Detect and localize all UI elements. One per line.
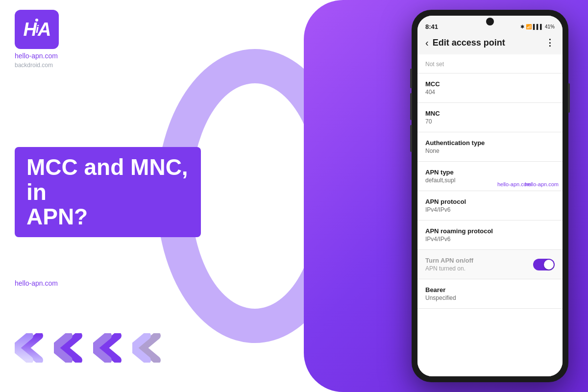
apn-protocol-field: APN protocol IPv4/IPv6: [425, 198, 555, 213]
camera-notch: [486, 18, 494, 25]
list-item-mcc[interactable]: MCC 404: [417, 74, 563, 103]
logo-box: HiA: [15, 10, 59, 49]
volume-down-button: [410, 93, 412, 120]
apn-roaming-label: APN roaming protocol: [425, 227, 555, 235]
phone-frame: 8:41 ✱ 📶 ▌▌▌ 41% ‹ Edit access point ⋮: [412, 10, 568, 382]
bluetooth-icon: ✱: [520, 24, 524, 29]
bixby-button: [410, 125, 412, 152]
list-item-auth-type[interactable]: Authentication type None: [417, 132, 563, 162]
mnc-label: MNC: [425, 110, 555, 117]
apn-roaming-value: IPv4/IPv6: [425, 236, 555, 243]
apn-toggle-value: APN turned on.: [425, 265, 533, 272]
more-options-button[interactable]: ⋮: [545, 41, 555, 45]
phone-container: 8:41 ✱ 📶 ▌▌▌ 41% ‹ Edit access point ⋮: [412, 10, 568, 382]
status-icons: ✱ 📶 ▌▌▌ 41%: [520, 24, 555, 29]
list-item-mnc[interactable]: MNC 70: [417, 103, 563, 132]
bearer-field: Bearer Unspecified: [425, 286, 555, 301]
apn-toggle-switch[interactable]: [533, 259, 555, 270]
chevron-2: [54, 333, 88, 363]
settings-list: Not set MCC 404 MNC 70 he: [417, 54, 563, 376]
left-section: HiA hello-apn.com backdroid.com MCC and …: [0, 0, 323, 392]
list-item-apn-roaming[interactable]: APN roaming protocol IPv4/IPv6: [417, 220, 563, 250]
logo-dot: [35, 19, 38, 22]
auth-type-value: None: [425, 147, 555, 154]
power-button: [568, 83, 570, 113]
chevron-1: [15, 333, 49, 363]
header-left: ‹ Edit access point: [425, 37, 505, 49]
list-item-apn-toggle[interactable]: Turn APN on/off APN turned on.: [417, 250, 563, 279]
chevron-3: [93, 333, 127, 363]
toggle-knob: [544, 260, 554, 270]
mcc-field: MCC 404: [425, 80, 555, 96]
apn-type-value: default,supl: [425, 177, 555, 184]
back-button[interactable]: ‹: [425, 37, 429, 49]
title-section: MCC and MNC, in APN?: [15, 147, 201, 237]
apn-protocol-value: IPv4/IPv6: [425, 206, 555, 213]
list-item-notset[interactable]: Not set: [417, 54, 563, 74]
title-line2: APN?: [26, 204, 189, 229]
title-line1: MCC and MNC, in: [26, 155, 189, 204]
apn-protocol-label: APN protocol: [425, 198, 555, 205]
wifi-icon: 📶: [526, 24, 532, 29]
apn-type-field: APN type default,supl: [425, 169, 555, 184]
mnc-value: 70: [425, 118, 555, 125]
mcc-value: 404: [425, 89, 555, 96]
signal-bars: ▌▌▌: [533, 24, 543, 29]
apn-toggle-label: Turn APN on/off: [425, 257, 533, 264]
logo-letters: HiA: [23, 19, 50, 40]
mnc-field: MNC 70: [425, 110, 555, 125]
site-url-top: hello-apn.com: [15, 52, 58, 60]
auth-type-label: Authentication type: [425, 139, 555, 147]
site-url-secondary: backdroid.com: [15, 62, 53, 69]
auth-type-field: Authentication type None: [425, 139, 555, 154]
apn-toggle-field: Turn APN on/off APN turned on.: [425, 257, 533, 272]
app-header: ‹ Edit access point ⋮: [417, 33, 563, 54]
apn-roaming-field: APN roaming protocol IPv4/IPv6: [425, 227, 555, 243]
list-item-apn-type[interactable]: APN type default,supl: [417, 162, 563, 191]
notset-value: Not set: [425, 61, 444, 68]
apn-type-label: APN type: [425, 169, 555, 176]
phone-screen: 8:41 ✱ 📶 ▌▌▌ 41% ‹ Edit access point ⋮: [417, 16, 563, 376]
list-item-apn-protocol[interactable]: APN protocol IPv4/IPv6: [417, 191, 563, 220]
chevrons-area: [15, 333, 167, 363]
volume-up-button: [410, 69, 412, 88]
site-url-bottom: hello-apn.com: [15, 279, 58, 287]
list-item-bearer[interactable]: Bearer Unspecified: [417, 279, 563, 309]
chevron-4: [132, 333, 167, 363]
bearer-value: Unspecified: [425, 294, 555, 301]
bearer-label: Bearer: [425, 286, 555, 294]
logo-area: HiA hello-apn.com backdroid.com: [15, 10, 59, 69]
status-time: 8:41: [425, 23, 438, 30]
title-badge: MCC and MNC, in APN?: [15, 147, 201, 237]
page-title: Edit access point: [433, 38, 505, 48]
battery-level: 41%: [545, 24, 555, 29]
mcc-label: MCC: [425, 80, 555, 88]
